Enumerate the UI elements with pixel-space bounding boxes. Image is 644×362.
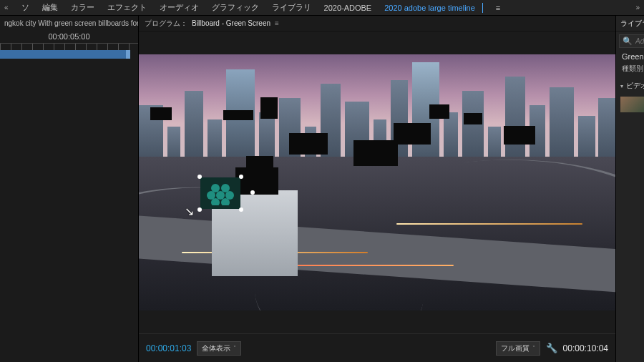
transform-handle[interactable] xyxy=(250,190,255,195)
transform-handle[interactable] xyxy=(239,207,243,212)
program-current-timecode[interactable]: 00:00:01:03 xyxy=(146,343,191,353)
chevron-down-icon: ˅ xyxy=(233,345,236,351)
workspace-overflow-icon[interactable]: ≡ xyxy=(496,4,500,12)
program-label: プログラム： xyxy=(145,19,187,29)
current-library-name[interactable]: Green Screen xyxy=(616,48,644,62)
svg-point-1 xyxy=(221,184,230,192)
program-header: プログラム： Billboard - Green Screen ≡ xyxy=(139,16,615,31)
quality-dropdown-label: フル画質 xyxy=(501,343,530,353)
menubar-next-icon[interactable]: » xyxy=(635,4,640,11)
svg-point-2 xyxy=(207,191,215,200)
asset-thumbnail xyxy=(620,97,644,112)
menu-item-ws-2020[interactable]: 2020-ADOBE xyxy=(324,4,372,12)
billboard xyxy=(289,133,328,155)
menubar-prev-icon[interactable]: « xyxy=(4,4,9,11)
program-duration-timecode: 00:00:10:04 xyxy=(563,343,608,353)
library-section-video[interactable]: ▾ ビデオ xyxy=(616,78,644,94)
stock-search-field[interactable]: 🔍 xyxy=(619,34,644,48)
library-sort-dropdown[interactable]: 種類別に表示 ˅ xyxy=(616,62,644,78)
search-icon[interactable]: 🔍 xyxy=(623,36,633,46)
menu-item-ws-active[interactable]: 2020 adobe large timeline xyxy=(384,4,475,12)
billboard xyxy=(429,104,449,119)
menu-item-graphics[interactable]: グラフィック xyxy=(212,2,259,13)
program-transport-bar: 00:00:01:03 全体表示 ˅ フル画質 ˅ 🔧 00:00:10:04 xyxy=(139,333,615,362)
program-viewport[interactable]: ↘ xyxy=(139,31,615,333)
program-panel-menu-icon[interactable]: ≡ xyxy=(275,19,279,27)
program-monitor-panel: プログラム： Billboard - Green Screen ≡ xyxy=(139,16,616,362)
workspace-menubar: « ソ 編集 カラー エフェクト オーディオ グラフィック ライブラリ 2020… xyxy=(0,0,644,16)
settings-wrench-icon[interactable]: 🔧 xyxy=(546,343,557,353)
transform-handle[interactable] xyxy=(239,175,243,179)
disclosure-triangle-icon: ▾ xyxy=(620,83,623,89)
billboard xyxy=(223,110,253,120)
zoom-dropdown-label: 全体表示 xyxy=(202,343,230,353)
source-ruler[interactable] xyxy=(0,43,138,50)
program-frame[interactable]: ↘ xyxy=(139,54,615,310)
source-clip-bar[interactable] xyxy=(0,50,128,59)
menu-item-effects[interactable]: エフェクト xyxy=(107,2,147,13)
svg-point-4 xyxy=(225,191,234,200)
library-sort-label: 種類別に表示 xyxy=(622,64,644,74)
svg-point-0 xyxy=(211,184,220,192)
right-panel-tabs: ライブラリ ≡ エッセンシャルグラフィックス xyxy=(616,16,644,31)
libraries-panel: ライブラリ ≡ エッセンシャルグラフィックス 🔍 Green Screen 種類… xyxy=(616,16,644,362)
quality-dropdown[interactable]: フル画質 ˅ xyxy=(496,341,540,356)
billboard xyxy=(504,126,535,145)
menu-item-source[interactable]: ソ xyxy=(21,2,29,13)
menu-item-color[interactable]: カラー xyxy=(71,2,94,13)
menu-item-audio[interactable]: オーディオ xyxy=(160,2,199,13)
billboard xyxy=(150,107,172,120)
motion-arrow-icon: ↘ xyxy=(185,205,194,218)
source-clip-title: ngkok city With green screen billboards … xyxy=(0,16,138,30)
billboard xyxy=(464,113,482,124)
transform-handle[interactable] xyxy=(197,175,202,179)
library-asset[interactable]: Day to Night Time lapse city l xyxy=(616,94,644,115)
source-monitor-panel: ngkok city With green screen billboards … xyxy=(0,16,139,362)
zoom-dropdown[interactable]: 全体表示 ˅ xyxy=(197,341,241,356)
svg-point-3 xyxy=(216,191,225,200)
selected-billboard[interactable] xyxy=(200,177,240,209)
transform-handle[interactable] xyxy=(197,207,202,212)
menu-item-edit[interactable]: 編集 xyxy=(42,2,58,13)
chevron-down-icon: ˅ xyxy=(532,345,535,351)
source-mini-timeline[interactable]: 00:00:05:00 xyxy=(0,30,138,62)
tab-libraries[interactable]: ライブラリ xyxy=(620,19,644,29)
billboard xyxy=(260,97,278,119)
program-sequence-name[interactable]: Billboard - Green Screen xyxy=(192,19,270,27)
stock-search-input[interactable] xyxy=(635,37,644,45)
menu-item-libraries[interactable]: ライブラリ xyxy=(272,2,311,13)
billboard xyxy=(235,167,278,195)
active-ws-indicator xyxy=(482,3,483,13)
billboard xyxy=(353,140,398,166)
library-section-video-label: ビデオ xyxy=(626,81,644,91)
source-mini-timecode[interactable]: 00:00:05:00 xyxy=(0,30,138,43)
billboard xyxy=(394,123,431,145)
